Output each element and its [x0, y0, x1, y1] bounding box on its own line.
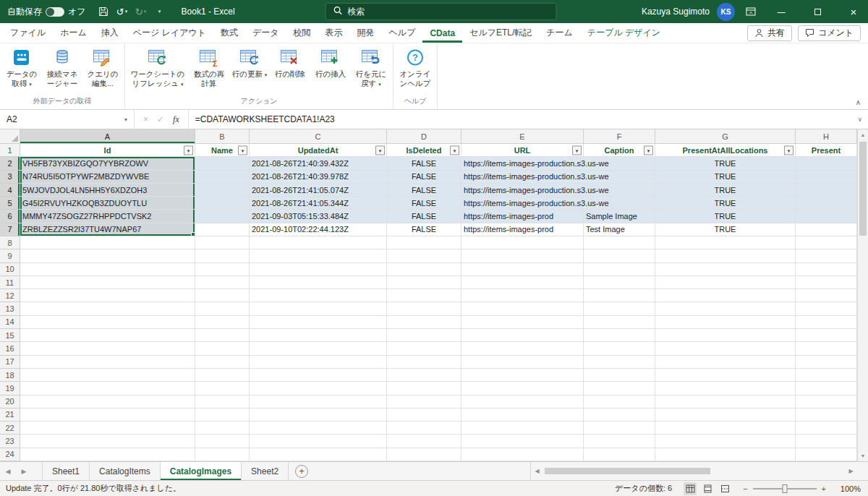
name-box[interactable]: A2 ▾: [0, 110, 135, 129]
cell-A13[interactable]: [20, 302, 195, 315]
column-header-A[interactable]: A: [20, 129, 195, 144]
column-header-H[interactable]: H: [796, 129, 857, 144]
row-header-23[interactable]: 23: [0, 435, 20, 448]
cell-G20[interactable]: [655, 395, 796, 409]
vertical-scrollbar[interactable]: ▲ ▼: [857, 129, 868, 461]
row-header-6[interactable]: 6: [0, 210, 20, 223]
sheet-tab-CatalogImages[interactable]: CatalogImages: [161, 462, 242, 480]
cell-G14[interactable]: [655, 316, 796, 329]
cell-A2[interactable]: VH5FB73YXBIZGQO7YYBRZOWV: [20, 157, 195, 170]
row-header-18[interactable]: 18: [0, 369, 20, 382]
cell-F22[interactable]: [584, 422, 655, 435]
cell-D7[interactable]: FALSE: [387, 223, 461, 236]
column-header-B[interactable]: B: [195, 129, 250, 144]
cell-D2[interactable]: FALSE: [387, 157, 461, 170]
cell-D1[interactable]: IsDeleted▾: [387, 144, 461, 157]
cell-G2[interactable]: TRUE: [655, 157, 796, 170]
cell-B11[interactable]: [195, 276, 250, 289]
cell-G21[interactable]: [655, 409, 796, 422]
cell-D22[interactable]: [387, 422, 461, 435]
cell-G24[interactable]: [655, 448, 796, 461]
horizontal-scroll-thumb[interactable]: [545, 468, 710, 474]
cell-F15[interactable]: [584, 329, 655, 342]
cell-C1[interactable]: UpdatedAt▾: [250, 144, 387, 157]
cell-D16[interactable]: [387, 342, 461, 355]
hscroll-left-icon[interactable]: ◀: [531, 462, 543, 480]
cell-C7[interactable]: 2021-09-10T02:22:44.123Z: [250, 223, 387, 236]
zoom-level[interactable]: 100%: [838, 484, 861, 493]
cell-A7[interactable]: ZRBLZEZZSR2I37TU4W7NAP67: [20, 223, 195, 236]
ribbon-tab-ヘルプ[interactable]: ヘルプ: [382, 23, 423, 43]
sheet-tab-Sheet1[interactable]: Sheet1: [43, 462, 90, 480]
ribbon-tab-表示[interactable]: 表示: [318, 23, 350, 43]
cell-B22[interactable]: [195, 422, 250, 435]
cell-D5[interactable]: FALSE: [387, 197, 461, 210]
cell-D3[interactable]: FALSE: [387, 171, 461, 184]
filter-button[interactable]: ▾: [184, 145, 193, 155]
cell-C5[interactable]: 2021-08-26T21:41:05.344Z: [250, 197, 387, 210]
cell-G17[interactable]: [655, 356, 796, 369]
row-header-16[interactable]: 16: [0, 342, 20, 355]
cell-H10[interactable]: [796, 263, 857, 276]
ribbon-tab-校閲[interactable]: 校閲: [286, 23, 318, 43]
page-layout-view-button[interactable]: [701, 482, 714, 495]
ribbon-button-delete-row[interactable]: 行の削除: [270, 45, 310, 80]
row-header-22[interactable]: 22: [0, 422, 20, 435]
cell-B6[interactable]: [195, 210, 250, 223]
row-header-10[interactable]: 10: [0, 263, 20, 276]
cell-A17[interactable]: [20, 356, 195, 369]
cell-H16[interactable]: [796, 342, 857, 355]
row-header-2[interactable]: 2: [0, 157, 20, 170]
cell-E16[interactable]: [461, 342, 584, 355]
select-all-button[interactable]: [0, 129, 20, 144]
cell-A5[interactable]: G45I2RVUYHZKOQB3ZDUOYTLU: [20, 197, 195, 210]
cell-E23[interactable]: [461, 435, 584, 448]
cell-F1[interactable]: Caption▾: [584, 144, 655, 157]
cell-B24[interactable]: [195, 448, 250, 461]
confirm-entry-icon[interactable]: ✓: [157, 114, 164, 124]
cell-F23[interactable]: [584, 435, 655, 448]
cell-E1[interactable]: URL▾: [461, 144, 584, 157]
cell-C6[interactable]: 2021-09-03T05:15:33.484Z: [250, 210, 387, 223]
cell-C21[interactable]: [250, 409, 387, 422]
row-header-21[interactable]: 21: [0, 409, 20, 422]
ribbon-tab-チーム[interactable]: チーム: [539, 23, 580, 43]
cell-E9[interactable]: [461, 249, 584, 262]
row-header-9[interactable]: 9: [0, 249, 20, 262]
cell-F18[interactable]: [584, 369, 655, 382]
cell-A1[interactable]: Id▾: [20, 144, 195, 157]
cell-D9[interactable]: [387, 249, 461, 262]
zoom-in-button[interactable]: +: [822, 484, 826, 493]
cell-H21[interactable]: [796, 409, 857, 422]
row-header-24[interactable]: 24: [0, 448, 20, 461]
cell-D12[interactable]: [387, 289, 461, 302]
formula-input[interactable]: =CDATAWORKSHEETCDATA1!A23: [189, 110, 852, 129]
cell-B4[interactable]: [195, 184, 250, 197]
collapse-ribbon-icon[interactable]: ∧: [856, 98, 861, 106]
cell-E2[interactable]: https://items-images-production.s3.us-we: [461, 157, 584, 170]
user-name[interactable]: Kazuya Sugimoto: [642, 7, 710, 17]
cell-H8[interactable]: [796, 236, 857, 249]
ribbon-tab-CData[interactable]: CData: [422, 23, 462, 43]
cell-C24[interactable]: [250, 448, 387, 461]
scroll-up-icon[interactable]: ▲: [858, 129, 868, 140]
cell-B20[interactable]: [195, 395, 250, 409]
row-header-7[interactable]: 7: [0, 223, 20, 236]
ribbon-tab-ファイル[interactable]: ファイル: [3, 23, 53, 43]
cell-H12[interactable]: [796, 289, 857, 302]
cell-A18[interactable]: [20, 369, 195, 382]
cell-A15[interactable]: [20, 329, 195, 342]
row-header-5[interactable]: 5: [0, 197, 20, 210]
cell-G13[interactable]: [655, 302, 796, 315]
cell-E11[interactable]: [461, 276, 584, 289]
cell-A23[interactable]: [20, 435, 195, 448]
cell-C12[interactable]: [250, 289, 387, 302]
ribbon-tab-挿入[interactable]: 挿入: [94, 23, 126, 43]
cell-C19[interactable]: [250, 382, 387, 395]
ribbon-button-revert-row[interactable]: 行を元に戻す ▾: [351, 45, 391, 90]
cell-A11[interactable]: [20, 276, 195, 289]
cell-G11[interactable]: [655, 276, 796, 289]
ribbon-tab-ページ レイアウト[interactable]: ページ レイアウト: [126, 23, 213, 43]
ribbon-button-recalculate[interactable]: Σ数式の再計算: [189, 45, 229, 90]
cell-C11[interactable]: [250, 276, 387, 289]
